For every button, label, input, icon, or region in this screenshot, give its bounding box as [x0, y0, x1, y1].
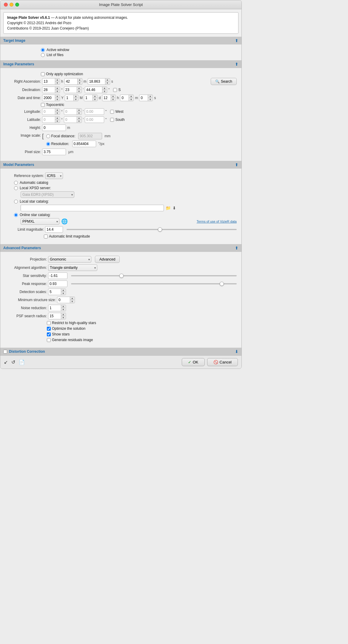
folder-icon[interactable]: 📁 [166, 206, 171, 210]
date-d-input[interactable]: 1 [84, 95, 93, 101]
psf-radius-spin[interactable]: ▲▼ [48, 313, 66, 319]
focal-radio[interactable] [46, 134, 50, 138]
dec-sec-up[interactable]: ▲ [102, 87, 107, 90]
close-button[interactable] [4, 3, 8, 7]
min-structure-spin[interactable]: ▲▼ [57, 297, 75, 303]
ra-m-up[interactable]: ▲ [78, 78, 82, 81]
ra-s-down[interactable]: ▼ [105, 81, 110, 84]
date-s-spin[interactable]: 0 ▲▼ [139, 95, 153, 101]
date-y-down[interactable]: ▼ [55, 98, 59, 101]
date-y-spin[interactable]: 2000 ▲▼ [42, 95, 60, 101]
dec-min-input[interactable]: 23 [64, 87, 77, 93]
dec-deg-spin[interactable]: 28 ▲▼ [42, 87, 60, 93]
download-icon[interactable]: ⬇ [173, 206, 176, 210]
dec-deg-down[interactable]: ▼ [55, 90, 59, 93]
lat-min-down[interactable]: ▼ [77, 120, 81, 123]
peak-response-slider[interactable] [71, 283, 237, 284]
ref-system-wrapper[interactable]: ICRS J2000 B1950 [45, 172, 63, 179]
arrow-icon[interactable]: ↙ [4, 359, 8, 365]
date-min-down[interactable]: ▼ [129, 98, 133, 101]
online-catalog-wrapper[interactable]: PPMXL UCAC3 UCAC4 USNO-B1 Gaia DR2 Gaia … [21, 218, 59, 225]
lat-deg-input[interactable] [42, 117, 55, 123]
projection-select[interactable]: Gnomonic Stereographic Zenithal Equal Ar… [48, 256, 91, 263]
resolution-input[interactable] [72, 141, 96, 147]
peak-response-input[interactable] [48, 281, 67, 287]
date-y-up[interactable]: ▲ [55, 95, 59, 98]
date-min-spin[interactable]: 0 ▲▼ [120, 95, 134, 101]
star-sensitivity-slider[interactable] [71, 275, 237, 276]
projection-wrapper[interactable]: Gnomonic Stereographic Zenithal Equal Ar… [48, 256, 91, 263]
date-m-input[interactable]: 1 [65, 95, 73, 101]
lon-deg-down[interactable]: ▼ [55, 112, 59, 115]
minimize-button[interactable] [10, 3, 13, 7]
restrict-check[interactable] [47, 321, 51, 325]
lon-sec-input[interactable] [85, 108, 104, 115]
date-d-up[interactable]: ▲ [93, 95, 97, 98]
noise-up[interactable]: ▲ [61, 305, 65, 308]
ra-h-up[interactable]: ▲ [55, 78, 59, 81]
catalog-path-input[interactable] [21, 205, 164, 211]
lon-min-up[interactable]: ▲ [77, 109, 81, 112]
psf-radius-input[interactable] [48, 313, 61, 319]
lon-west-check[interactable] [110, 110, 114, 114]
detection-down[interactable]: ▼ [61, 292, 65, 295]
lat-deg-down[interactable]: ▼ [55, 120, 59, 123]
lon-min-spin[interactable]: ▲▼ [64, 108, 82, 115]
reset-icon[interactable]: ↺ [11, 359, 15, 365]
ref-system-select[interactable]: ICRS J2000 B1950 [45, 172, 63, 179]
date-m-down[interactable]: ▼ [74, 98, 78, 101]
detection-scales-input[interactable] [48, 289, 61, 295]
date-min-up[interactable]: ▲ [129, 95, 133, 98]
pixel-size-input[interactable] [42, 149, 66, 155]
lon-min-input[interactable] [64, 109, 77, 115]
ok-button[interactable]: ✓ OK [182, 358, 205, 366]
date-m-spin[interactable]: 1 ▲▼ [65, 95, 78, 101]
alignment-select[interactable]: Triangle similarity Polygons [48, 264, 97, 271]
ra-s-up[interactable]: ▲ [105, 78, 110, 81]
psf-down[interactable]: ▼ [61, 316, 65, 319]
lat-sec-input[interactable] [85, 116, 104, 123]
date-h-spin[interactable]: 12 ▲▼ [102, 95, 116, 101]
dec-sec-input[interactable]: 44.46 [85, 87, 102, 93]
resolution-radio[interactable] [46, 142, 50, 146]
distortion-check[interactable] [3, 350, 7, 354]
date-s-down[interactable]: ▼ [148, 98, 152, 101]
noise-reduction-spin[interactable]: ▲▼ [48, 305, 66, 311]
online-catalog-radio[interactable] [14, 213, 18, 217]
xpsd-radio[interactable] [14, 186, 18, 190]
limit-mag-input[interactable] [45, 226, 63, 233]
noise-down[interactable]: ▼ [61, 308, 65, 311]
min-structure-down[interactable]: ▼ [70, 300, 74, 303]
maximize-button[interactable] [15, 3, 19, 7]
dec-deg-input[interactable]: 28 [42, 87, 55, 93]
active-window-radio[interactable] [41, 48, 45, 52]
topocentric-check[interactable] [41, 103, 45, 107]
dec-min-spin[interactable]: 23 ▲▼ [64, 87, 82, 93]
terms-link[interactable]: Terms of use of VizieR data [197, 220, 237, 223]
date-min-input[interactable]: 0 [120, 95, 129, 101]
ra-h-spin[interactable]: 13 ▲▼ [42, 78, 60, 85]
date-h-input[interactable]: 12 [102, 95, 111, 101]
lat-min-spin[interactable]: ▲▼ [64, 116, 82, 123]
dec-sec-down[interactable]: ▼ [102, 90, 107, 93]
local-star-radio[interactable] [14, 200, 18, 204]
date-h-up[interactable]: ▲ [111, 95, 115, 98]
date-d-down[interactable]: ▼ [93, 98, 97, 101]
xpsd-select-wrapper[interactable]: Gaia EDR3 (XPSD) Gaia DR2 (XPSD) [21, 191, 74, 198]
image-params-collapse[interactable]: ⬆ [235, 62, 238, 67]
dec-min-up[interactable]: ▲ [77, 87, 81, 90]
dec-s-check[interactable] [113, 88, 117, 92]
date-h-down[interactable]: ▼ [111, 98, 115, 101]
dec-deg-up[interactable]: ▲ [55, 87, 59, 90]
min-structure-input[interactable] [57, 297, 70, 303]
limit-mag-slider[interactable] [67, 229, 237, 230]
auto-catalog-radio[interactable] [14, 181, 18, 185]
detection-up[interactable]: ▲ [61, 289, 65, 292]
dec-sec-spin[interactable]: 44.46 ▲▼ [85, 87, 107, 93]
lon-min-down[interactable]: ▼ [77, 112, 81, 115]
lon-deg-input[interactable] [42, 109, 55, 115]
date-y-input[interactable]: 2000 [42, 95, 55, 101]
ra-s-input[interactable]: 18.863 [88, 78, 105, 84]
dec-min-down[interactable]: ▼ [77, 90, 81, 93]
ra-m-down[interactable]: ▼ [78, 81, 82, 84]
